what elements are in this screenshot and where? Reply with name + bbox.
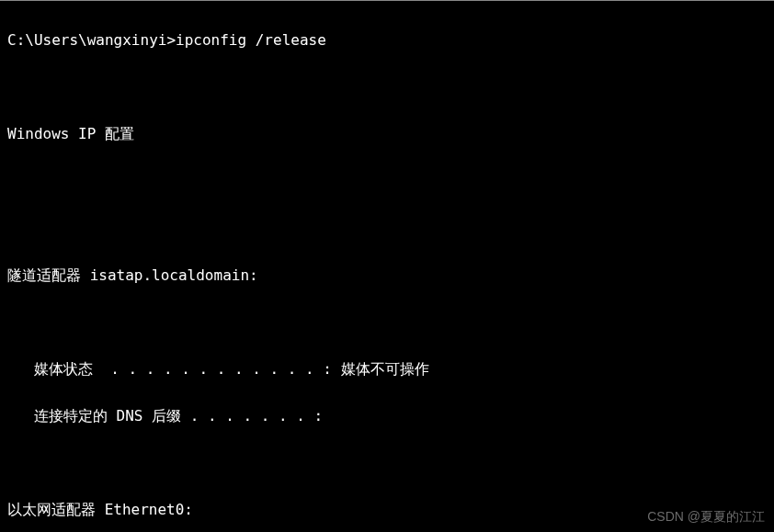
blank-line xyxy=(7,311,767,334)
prompt-path: C:\Users\wangxinyi> xyxy=(7,31,176,49)
ip-config-header: Windows IP 配置 xyxy=(7,122,767,146)
terminal-output[interactable]: C:\Users\wangxinyi>ipconfig /release Win… xyxy=(7,5,767,532)
blank-line xyxy=(7,216,767,240)
media-state-value: 媒体不可操作 xyxy=(341,360,429,378)
dns-suffix-line-1: 连接特定的 DNS 后缀 . . . . . . . : xyxy=(7,404,767,428)
media-state-label: 媒体状态 . . . . . . . . . . . . : xyxy=(7,360,341,378)
watermark-text: CSDN @夏夏的江江 xyxy=(647,506,765,526)
command-line: C:\Users\wangxinyi>ipconfig /release xyxy=(7,28,767,52)
blank-line xyxy=(7,75,767,99)
media-state-line-1: 媒体状态 . . . . . . . . . . . . : 媒体不可操作 xyxy=(7,357,767,381)
blank-line xyxy=(7,451,767,475)
command-text: ipconfig /release xyxy=(176,31,326,49)
adapter-title-1: 隧道适配器 isatap.localdomain: xyxy=(7,264,767,288)
blank-line xyxy=(7,169,767,193)
